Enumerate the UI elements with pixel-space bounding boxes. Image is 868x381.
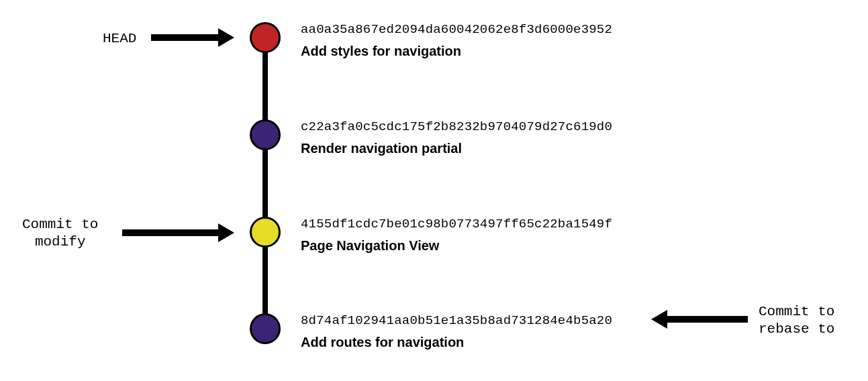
commit-message: Add styles for navigation <box>301 44 704 59</box>
label-head: HEAD <box>103 30 136 48</box>
git-history-diagram: aa0a35a867ed2094da60042062e8f3d6000e3952… <box>0 0 868 381</box>
label-commit-to-rebase-to: Commit to rebase to <box>759 303 834 339</box>
commit-info: 8d74af102941aa0b51e1a35b8ad731284e4b5a20… <box>301 313 704 350</box>
commit-hash: 4155df1cdc7be01c98b0773497ff65c22ba1549f <box>301 217 704 231</box>
commit-info: 4155df1cdc7be01c98b0773497ff65c22ba1549f… <box>301 217 704 254</box>
commit-hash: 8d74af102941aa0b51e1a35b8ad731284e4b5a20 <box>301 313 704 328</box>
commit-node-rebase-to <box>250 313 281 344</box>
commit-hash: aa0a35a867ed2094da60042062e8f3d6000e3952 <box>301 22 704 37</box>
commit-node-head <box>250 22 281 53</box>
commit-message: Render navigation partial <box>301 141 704 156</box>
commit-node <box>250 119 281 150</box>
commit-hash: c22a3fa0c5cdc175f2b8232b9704079d27c619d0 <box>301 119 704 134</box>
commit-info: c22a3fa0c5cdc175f2b8232b9704079d27c619d0… <box>301 119 704 156</box>
commit-info: aa0a35a867ed2094da60042062e8f3d6000e3952… <box>301 22 704 59</box>
commit-message: Add routes for navigation <box>301 335 704 350</box>
label-commit-to-modify: Commit to modify <box>22 216 98 252</box>
commit-message: Page Navigation View <box>301 238 704 254</box>
commit-node-modify <box>250 217 281 248</box>
connector-line <box>262 38 268 329</box>
